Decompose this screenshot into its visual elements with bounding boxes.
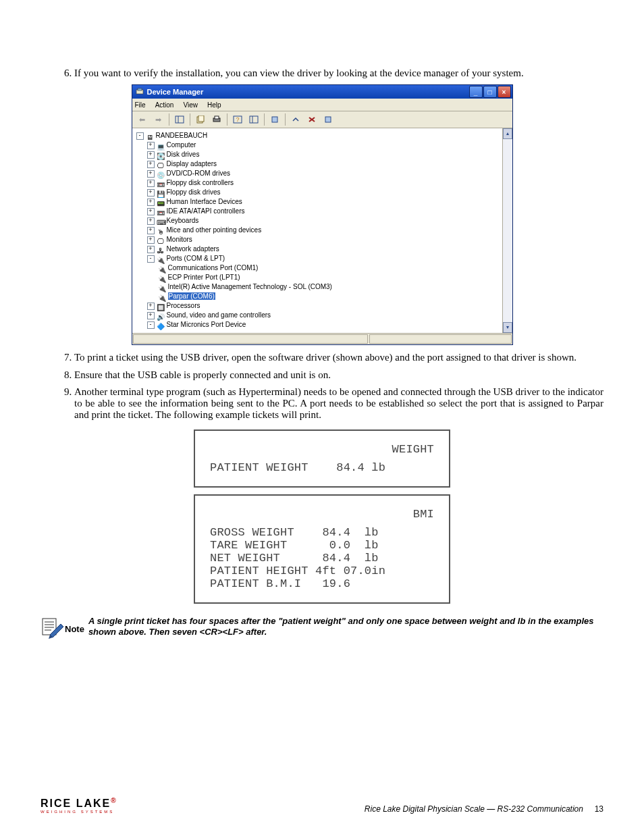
- example-tickets: WEIGHT PATIENT WEIGHT 84.4 lb BMI GROSS …: [194, 429, 450, 604]
- tree-item[interactable]: +🖱Mice and other pointing devices: [147, 226, 510, 235]
- svg-rect-7: [215, 116, 219, 119]
- step-6: If you want to verify the installation, …: [74, 68, 603, 79]
- tree-item[interactable]: -🔌Ports (COM & LPT) 🔌Communications Port…: [147, 254, 510, 301]
- tree-item-selected[interactable]: 🔌Parpar (COM6): [158, 292, 510, 301]
- svg-rect-15: [325, 117, 331, 122]
- tree-item[interactable]: +🖵Monitors: [147, 235, 510, 244]
- ticket-heading: WEIGHT: [210, 443, 434, 456]
- port-icon: 🔌: [158, 294, 166, 301]
- tree-item[interactable]: -🔷Star Micronics Port Device: [147, 320, 510, 330]
- dvd-icon: 💿: [157, 171, 165, 178]
- ticket-line: NET WEIGHT 84.4 lb: [210, 552, 434, 565]
- ticket-weight: WEIGHT PATIENT WEIGHT 84.4 lb: [194, 429, 450, 488]
- disk-icon: 💽: [157, 152, 165, 159]
- ticket-bmi: BMI GROSS WEIGHT 84.4 lb TARE WEIGHT 0.0…: [194, 494, 450, 604]
- svg-rect-12: [272, 117, 277, 122]
- tree-item[interactable]: +⌨Keyboards: [147, 216, 510, 226]
- menu-file[interactable]: File: [135, 101, 146, 109]
- note-icon: [41, 616, 65, 642]
- footer-doc-title: Rice Lake Digital Physician Scale — RS-2…: [365, 804, 583, 814]
- mouse-icon: 🖱: [157, 228, 165, 234]
- toolbar: ⬅ ➡ ?: [132, 111, 512, 128]
- svg-text:?: ?: [236, 116, 239, 123]
- step-7: To print a ticket using the USB driver, …: [74, 352, 603, 363]
- port-icon: 🔌: [158, 275, 166, 282]
- display-icon: 🖵: [157, 161, 165, 168]
- ticket-heading: BMI: [210, 508, 434, 521]
- properties-icon[interactable]: [193, 112, 208, 127]
- tree-item[interactable]: +📟Human Interface Devices: [147, 197, 510, 207]
- brand-logo: RICE LAKE® WEIGHING SYSTEMS: [41, 797, 117, 814]
- step-9: Another terminal type program (such as H…: [74, 386, 603, 421]
- hid-icon: 📟: [157, 199, 165, 206]
- computer-icon: 💻: [157, 142, 165, 149]
- toolbar-icon-1[interactable]: [172, 112, 187, 127]
- minimize-button[interactable]: _: [469, 86, 483, 98]
- toolbar-icon-7[interactable]: [288, 112, 303, 127]
- menu-view[interactable]: View: [183, 101, 198, 109]
- tree-item[interactable]: +💿DVD/CD-ROM drives: [147, 169, 510, 178]
- sound-icon: 🔊: [157, 313, 165, 319]
- menu-help[interactable]: Help: [207, 101, 221, 109]
- tree-root[interactable]: -🖥RANDEEBAUCH +💻Computer +💽Disk drives +…: [136, 131, 510, 330]
- print-icon[interactable]: [209, 112, 224, 127]
- toolbar-icon-8[interactable]: [304, 112, 319, 127]
- ide-icon: 📼: [157, 209, 165, 215]
- forward-icon[interactable]: ➡: [151, 112, 166, 127]
- tree-item[interactable]: +💻Computer: [147, 140, 510, 150]
- status-bar: [132, 333, 512, 344]
- controller-icon: 📼: [157, 180, 165, 187]
- scroll-up-icon[interactable]: ▴: [503, 128, 512, 139]
- page-number: 13: [595, 804, 603, 814]
- tree-item[interactable]: +📼IDE ATA/ATAPI controllers: [147, 207, 510, 216]
- computer-icon: 🖥: [146, 133, 154, 140]
- port-icon: 🔌: [158, 265, 166, 272]
- device-tree[interactable]: ▴ ▾ -🖥RANDEEBAUCH +💻Computer +💽Disk driv…: [132, 128, 512, 333]
- ticket-line: PATIENT HEIGHT 4ft 07.0in: [210, 565, 434, 577]
- ticket-line: GROSS WEIGHT 84.4 lb: [210, 526, 434, 539]
- floppy-icon: 💾: [157, 190, 165, 197]
- tree-item[interactable]: +🔲Processors: [147, 301, 510, 311]
- ticket-line: PATIENT B.M.I 19.6: [210, 577, 434, 590]
- scroll-down-icon[interactable]: ▾: [503, 322, 512, 333]
- refresh-icon[interactable]: ?: [230, 112, 245, 127]
- close-button[interactable]: ×: [498, 86, 511, 98]
- page-footer: RICE LAKE® WEIGHING SYSTEMS Rice Lake Di…: [41, 797, 603, 814]
- titlebar: Device Manager _ □ ×: [132, 85, 512, 99]
- device-icon: 🔷: [157, 322, 165, 329]
- menu-bar: File Action View Help: [132, 99, 512, 111]
- note-text: A single print ticket has four spaces af…: [88, 616, 603, 638]
- svg-rect-2: [176, 116, 184, 123]
- note: Note A single print ticket has four spac…: [41, 616, 603, 642]
- monitor-icon: 🖵: [157, 237, 165, 244]
- tree-item[interactable]: 🔌ECP Printer Port (LPT1): [158, 273, 510, 282]
- tree-item[interactable]: 🔌Intel(R) Active Management Technology -…: [158, 282, 510, 292]
- tree-item[interactable]: +💽Disk drives: [147, 150, 510, 159]
- toolbar-icon-9[interactable]: [321, 112, 336, 127]
- keyboard-icon: ⌨: [157, 218, 165, 225]
- maximize-button[interactable]: □: [483, 86, 497, 98]
- note-label: Note: [65, 624, 84, 634]
- port-icon: 🔌: [157, 256, 165, 263]
- port-icon: 🔌: [158, 284, 166, 291]
- toolbar-icon-6[interactable]: [267, 112, 282, 127]
- tree-item[interactable]: 🔌Communications Port (COM1): [158, 263, 510, 273]
- scrollbar[interactable]: ▴ ▾: [502, 128, 512, 333]
- ticket-line: TARE WEIGHT 0.0 lb: [210, 539, 434, 552]
- tree-item[interactable]: +🖵Display adapters: [147, 159, 510, 169]
- network-icon: 🖧: [157, 246, 165, 253]
- tree-item[interactable]: +📼Floppy disk controllers: [147, 178, 510, 188]
- menu-action[interactable]: Action: [155, 101, 174, 109]
- tree-item[interactable]: +🖧Network adapters: [147, 244, 510, 254]
- tree-item[interactable]: +🔊Sound, video and game controllers: [147, 311, 510, 320]
- ticket-line: PATIENT WEIGHT 84.4 lb: [210, 461, 434, 474]
- tree-item[interactable]: +💾Floppy disk drives: [147, 188, 510, 197]
- cpu-icon: 🔲: [157, 303, 165, 310]
- svg-rect-10: [250, 116, 258, 123]
- device-manager-window: Device Manager _ □ × File Action View He…: [132, 84, 513, 345]
- window-title: Device Manager: [147, 88, 469, 96]
- toolbar-icon-5[interactable]: [246, 112, 261, 127]
- svg-rect-1: [138, 88, 142, 90]
- step-8: Ensure that the USB cable is properly co…: [74, 369, 603, 381]
- back-icon[interactable]: ⬅: [135, 112, 150, 127]
